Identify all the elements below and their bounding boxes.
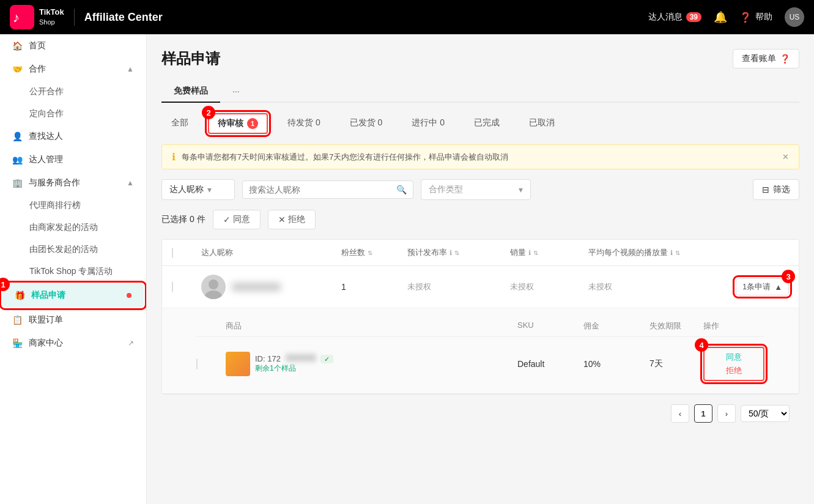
col-sales-label: 销量 xyxy=(510,247,526,258)
talent-mgmt-icon: 👥 xyxy=(12,155,23,165)
col-avg-play: 平均每个视频的播放量 ℹ ⇅ xyxy=(588,247,789,258)
sub-col-commission-label: 佣金 xyxy=(583,321,645,332)
bulk-reject-button[interactable]: ✕ 拒绝 xyxy=(268,210,316,229)
notice-close-button[interactable]: ✕ xyxy=(782,152,789,161)
col-fans-label: 粉丝数 xyxy=(341,247,365,258)
info-avg-icon: ℹ xyxy=(670,249,673,257)
sidebar-group-service-coop[interactable]: 🏢 与服务商合作 ▲ xyxy=(0,171,146,195)
tiktok-logo-icon: ♪ xyxy=(10,5,34,29)
table-row-main: 1 未授权 未授权 未授权 3 1条申请 ▲ xyxy=(162,266,799,308)
logo: ♪ TikTok Shop xyxy=(10,5,64,29)
sub-col-select xyxy=(196,321,221,332)
sidebar-item-tiktok-shop-activities[interactable]: TikTok Shop 专属活动 xyxy=(0,261,146,283)
filter-icon: ⊟ xyxy=(762,185,769,195)
messages-button[interactable]: 达人消息 39 xyxy=(648,12,701,23)
header-right: 达人消息 39 🔔 ❓ 帮助 US xyxy=(648,7,804,27)
row-agree-button[interactable]: 同意 xyxy=(726,352,742,363)
sub-row-checkbox[interactable] xyxy=(196,359,221,369)
sub-col-sku-label: SKU xyxy=(517,321,579,332)
collab-type-select[interactable]: 合作类型 ▾ xyxy=(421,179,531,200)
sample-request-label: 样品申请 xyxy=(31,290,65,301)
sidebar-item-merchant-center[interactable]: 🏪 商家中心 ↗ xyxy=(0,332,146,355)
sidebar-item-group-activities[interactable]: 由团长发起的活动 xyxy=(0,239,146,261)
view-account-button[interactable]: 查看账单 ❓ xyxy=(733,49,799,69)
filter-button[interactable]: ⊟ 筛选 xyxy=(753,179,799,200)
filter-tab-all-label: 全部 xyxy=(171,117,188,127)
search-input-wrap[interactable]: 🔍 xyxy=(242,180,413,199)
col-publish-label: 预计发布率 xyxy=(407,247,447,258)
page-title-text: 样品申请 xyxy=(161,49,220,69)
table-sub-header: 商品 SKU 佣金 失效期限 操作 xyxy=(196,316,764,337)
tab-free-sample[interactable]: 免费样品 xyxy=(161,81,220,103)
agree-label: 同意 xyxy=(233,214,250,225)
info-publish-icon: ℹ xyxy=(450,249,452,257)
filter-tab-all[interactable]: 全部 xyxy=(161,113,198,135)
annotation-2: 2 xyxy=(202,106,215,119)
sidebar-item-agent-ranking[interactable]: 代理商排行榜 xyxy=(0,195,146,217)
user-avatar[interactable]: US xyxy=(785,7,804,27)
sidebar-item-sample-request[interactable]: 1 🎁 样品申请 xyxy=(2,284,144,307)
merchant-center-label: 商家中心 xyxy=(29,338,63,349)
filter-tab-in-progress[interactable]: 进行中 0 xyxy=(402,113,454,135)
app-layout: 🏠 首页 🤝 合作 ▲ 公开合作 定向合作 👤 查找达人 👥 达人管理 🏢 与 xyxy=(0,34,814,504)
page-number: 1 xyxy=(701,409,705,418)
find-talent-label: 查找达人 xyxy=(29,131,63,142)
filter-tab-pending-ship[interactable]: 待发货 0 xyxy=(278,113,330,135)
sidebar-item-targeted-coop[interactable]: 定向合作 xyxy=(0,103,146,125)
field-select[interactable]: 达人昵称 ▾ xyxy=(161,179,235,200)
row-reject-button[interactable]: 拒绝 xyxy=(726,365,742,376)
info-sales-icon: ℹ xyxy=(528,249,531,257)
action-col: 4 同意 拒绝 xyxy=(703,347,764,381)
sort-publish-icon[interactable]: ⇅ xyxy=(454,250,459,256)
col-name-label: 达人昵称 xyxy=(201,247,233,258)
filter-tab-cancelled[interactable]: 已取消 xyxy=(519,113,564,135)
filter-tab-completed[interactable]: 已完成 xyxy=(464,113,509,135)
sidebar-item-talent-mgmt[interactable]: 👥 达人管理 xyxy=(0,148,146,171)
sort-fans-icon[interactable]: ⇅ xyxy=(368,250,372,256)
table-sub-content: 商品 SKU 佣金 失效期限 操作 ID: 172 xyxy=(162,308,799,394)
filter-label: 筛选 xyxy=(773,184,790,195)
chevron-down-icon: ▾ xyxy=(207,185,212,195)
affiliate-info xyxy=(201,275,336,299)
pagination: ‹ 1 › 50/页 100/页 xyxy=(161,395,799,432)
notice-bar: ℹ 每条申请您都有7天时间来审核通过。如果7天内您没有进行任何操作，样品申请会被… xyxy=(161,144,799,169)
applications-expand-button[interactable]: 1条申请 ▲ xyxy=(736,278,789,295)
help-button[interactable]: ❓ 帮助 xyxy=(739,12,772,23)
product-details: ID: 172 ✓ 剩余1个样品 xyxy=(255,354,333,374)
avatar-image xyxy=(201,275,226,299)
sort-avg-icon[interactable]: ⇅ xyxy=(675,250,680,256)
home-icon: 🏠 xyxy=(12,41,23,51)
filter-tab-pending[interactable]: 待审核 1 xyxy=(208,113,268,134)
tab-more[interactable]: ··· xyxy=(220,81,252,102)
col-fans: 粉丝数 ⇅ xyxy=(341,247,402,258)
merchant-activities-label: 由商家发起的活动 xyxy=(29,222,98,233)
sidebar-item-alliance-orders[interactable]: 📋 联盟订单 xyxy=(0,308,146,332)
search-input[interactable] xyxy=(249,185,396,195)
prev-page-button[interactable]: ‹ xyxy=(671,404,689,423)
product-remaining: 剩余1个样品 xyxy=(255,363,333,374)
top-tabs: 免费样品 ··· xyxy=(161,81,799,103)
sidebar-item-merchant-activities[interactable]: 由商家发起的活动 xyxy=(0,217,146,239)
header: ♪ TikTok Shop Affiliate Center 达人消息 39 🔔… xyxy=(0,0,814,34)
action-count: 已选择 0 件 xyxy=(161,214,205,225)
sort-sales-icon[interactable]: ⇅ xyxy=(533,250,538,256)
filter-tab-shipped[interactable]: 已发货 0 xyxy=(340,113,393,135)
fans-count: 1 xyxy=(341,282,402,292)
sidebar-item-public-coop[interactable]: 公开合作 xyxy=(0,81,146,103)
product-commission: 10% xyxy=(583,359,645,369)
product-sku: Default xyxy=(517,359,579,369)
sidebar-group-cooperation[interactable]: 🤝 合作 ▲ xyxy=(0,57,146,81)
page-size-select[interactable]: 50/页 100/页 xyxy=(741,405,790,422)
tab-free-sample-label: 免费样品 xyxy=(174,86,208,95)
select-all-checkbox[interactable] xyxy=(172,248,196,258)
row-checkbox[interactable] xyxy=(172,282,196,292)
bulk-agree-button[interactable]: ✓ 同意 xyxy=(213,210,261,229)
page-1-button[interactable]: 1 xyxy=(694,404,712,423)
chevron-up-icon3: ▲ xyxy=(774,283,782,292)
next-page-button[interactable]: › xyxy=(717,404,736,423)
notifications-button[interactable]: 🔔 xyxy=(714,10,727,24)
sidebar-item-find-talent[interactable]: 👤 查找达人 xyxy=(0,125,146,148)
table-row: 1 未授权 未授权 未授权 3 1条申请 ▲ xyxy=(162,266,799,394)
sidebar-item-home[interactable]: 🏠 首页 xyxy=(0,34,146,57)
chevron-up-icon2: ▲ xyxy=(127,179,134,187)
